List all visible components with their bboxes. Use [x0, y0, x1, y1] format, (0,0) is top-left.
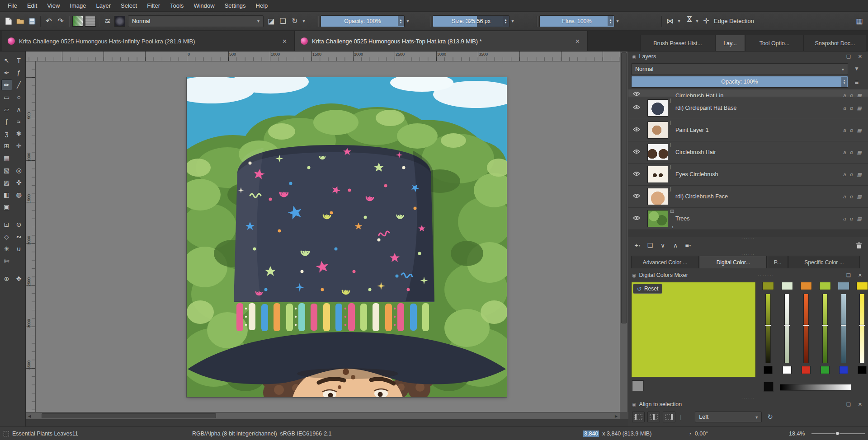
close-dock-icon[interactable]: ✕	[856, 272, 864, 278]
mixer-slider-1[interactable]	[765, 294, 771, 363]
dimension-selected[interactable]: 3,840	[583, 431, 599, 437]
new-document-button[interactable]	[3, 15, 14, 27]
mixer-target-swatch-6[interactable]	[858, 366, 867, 374]
menu-window[interactable]: Window	[189, 0, 219, 12]
delete-layer-button[interactable]	[854, 240, 864, 251]
tool-rect-select[interactable]: ⊡	[1, 219, 12, 230]
close-tab-icon[interactable]: ✕	[573, 37, 582, 46]
tool-magnetic-select[interactable]: ∪	[14, 243, 24, 254]
layer-props-icon[interactable]: ▦	[857, 194, 862, 200]
mixer-black-swatch[interactable]	[764, 382, 774, 392]
horizontal-scrollbar-thumb[interactable]	[42, 413, 216, 418]
mixer-target-swatch-3[interactable]	[802, 366, 811, 374]
move-layer-down-button[interactable]: ∨	[657, 240, 668, 251]
dock-drag-handle[interactable]: ·······	[691, 273, 841, 278]
align-center-button[interactable]	[647, 412, 660, 422]
tool-reference-images[interactable]: ▣	[1, 201, 12, 212]
document-tab-1[interactable]: Krita Challenge 0525 Humongous Hats-Infi…	[2, 31, 295, 51]
zoom-value[interactable]: 18.4%	[789, 431, 805, 437]
layer-row[interactable]: ʃ Eyes Circlebrush a α ▦	[628, 164, 868, 186]
tool-freehand-brush[interactable]: ✏	[1, 80, 12, 90]
layer-options-menu-icon[interactable]: ≡	[852, 76, 862, 88]
tool-zoom[interactable]: ⊕	[1, 273, 12, 284]
layer-visibility-icon[interactable]	[633, 91, 640, 98]
size-slider[interactable]: Size: 325.56 px ▴▾	[433, 15, 509, 27]
menu-settings[interactable]: Settings	[220, 0, 251, 12]
image-dimensions[interactable]: 3,840 x 3,840 (813.9 MiB)	[583, 427, 651, 440]
layer-row[interactable]: ʃ rdi) Circlebrush Face a α ▦	[628, 186, 868, 208]
layer-properties-button[interactable]: ≡▾	[683, 240, 693, 251]
mixer-main-swatch[interactable]	[631, 282, 756, 377]
menu-layer[interactable]: Layer	[91, 0, 116, 12]
mixer-slider-2[interactable]	[784, 294, 790, 363]
tool-text[interactable]: T	[14, 55, 24, 66]
undo-button[interactable]: ↶	[43, 15, 55, 27]
mixer-swatch-5[interactable]	[838, 282, 849, 290]
layer-alpha-icon[interactable]: α	[850, 216, 853, 222]
tool-ellipse[interactable]: ○	[14, 92, 24, 103]
layer-thumbnail[interactable]	[647, 122, 668, 139]
zoom-slider[interactable]	[811, 427, 865, 440]
tool-polygon[interactable]: ▱	[1, 104, 12, 115]
mixer-gray-swatch[interactable]	[632, 380, 644, 391]
mixer-swatch-2[interactable]	[781, 282, 793, 290]
tool-pan[interactable]: ✥	[14, 273, 24, 284]
layer-row[interactable]: ʃ Paint Layer 1 a α ▦	[628, 119, 868, 141]
tool-dynamic-brush[interactable]: ʒ	[1, 128, 12, 139]
expand-group-icon[interactable]: ›	[672, 224, 674, 229]
layer-lock-icon[interactable]: a	[843, 172, 846, 178]
layer-row[interactable]: ʃ rdi) Circlepaint Hat Base a α ▦	[628, 97, 868, 119]
document-tab-2[interactable]: Krita Challenge 0525 Humongous Hats-Top …	[295, 31, 588, 51]
mirror-vertical-icon[interactable]: ⋈	[682, 15, 694, 27]
tool-polyline[interactable]: ʌ	[14, 104, 24, 115]
layer-filter-funnel-icon[interactable]: ▼	[852, 63, 862, 74]
color-dock-tab-3[interactable]: P...	[768, 256, 788, 268]
align-refresh-icon[interactable]: ↻	[767, 413, 773, 421]
brush-preset-chooser[interactable]	[114, 16, 125, 27]
reload-brush-button[interactable]: ↻	[289, 15, 301, 27]
tool-transform[interactable]: ⊞	[1, 140, 12, 151]
opacity-slider[interactable]: Opacity: 100% ▴▾	[321, 15, 405, 27]
open-document-button[interactable]	[14, 15, 26, 27]
layer-lock-icon[interactable]: a	[843, 105, 846, 111]
rotation-icon[interactable]: ◔	[688, 431, 692, 437]
layer-alpha-icon[interactable]: α	[850, 194, 853, 200]
layer-opacity-slider[interactable]: Opacity: 100% ▴▾	[631, 76, 848, 88]
layer-row[interactable]: Circlebrush Hat Lip a α ▦	[628, 89, 868, 97]
tool-polygon-select[interactable]: ◇	[1, 231, 12, 242]
mixer-value-gradient[interactable]	[780, 384, 851, 391]
opacity-spinner[interactable]: ▴▾	[398, 16, 404, 26]
mixer-slider-4[interactable]	[822, 294, 828, 363]
layer-alpha-icon[interactable]: α	[850, 105, 853, 111]
layer-row[interactable]: ▤ Trees › a α ▦	[628, 208, 868, 230]
menu-select[interactable]: Select	[116, 0, 142, 12]
mixer-swatch-6[interactable]	[856, 282, 868, 290]
layer-props-icon[interactable]: ▦	[857, 150, 862, 155]
menu-help[interactable]: Help	[251, 0, 273, 12]
mixer-target-swatch-2[interactable]	[783, 366, 792, 374]
layer-thumbnail[interactable]	[647, 188, 668, 205]
color-dock-tab-1[interactable]: Advanced Color ...	[631, 256, 699, 268]
color-dock-tab-2[interactable]: Digital Color...	[700, 256, 767, 268]
dock-tab-1[interactable]: Brush Preset Hist...	[640, 35, 715, 51]
layer-thumbnail[interactable]	[647, 99, 668, 117]
tool-edit-shapes[interactable]: ✒	[1, 67, 12, 78]
menu-tools[interactable]: Tools	[165, 0, 189, 12]
mixer-target-swatch-4[interactable]	[821, 366, 830, 374]
add-layer-button[interactable]: +▾	[632, 240, 643, 251]
tool-ellipse-select[interactable]: ⊙	[14, 219, 24, 230]
canvas-painting[interactable]	[187, 77, 507, 397]
dock-tab-3[interactable]: Tool Optio...	[745, 35, 804, 51]
layer-blending-dropdown[interactable]: Normal ▾	[631, 63, 848, 75]
zoom-slider-handle[interactable]	[835, 431, 840, 435]
tool-line[interactable]: ╱	[14, 80, 24, 90]
mixer-slider-3[interactable]	[803, 294, 809, 363]
layer-thumbnail[interactable]	[647, 166, 668, 183]
mixer-slider-6[interactable]	[859, 294, 865, 363]
close-dock-icon[interactable]: ✕	[856, 402, 864, 407]
color-dock-tab-4[interactable]: Specific Color ...	[788, 256, 860, 268]
chevron-down-icon[interactable]: ▾	[301, 19, 307, 23]
mixer-target-swatch-1[interactable]	[764, 366, 773, 374]
layer-visibility-icon[interactable]	[633, 193, 640, 200]
layer-alpha-icon[interactable]: α	[850, 172, 853, 178]
